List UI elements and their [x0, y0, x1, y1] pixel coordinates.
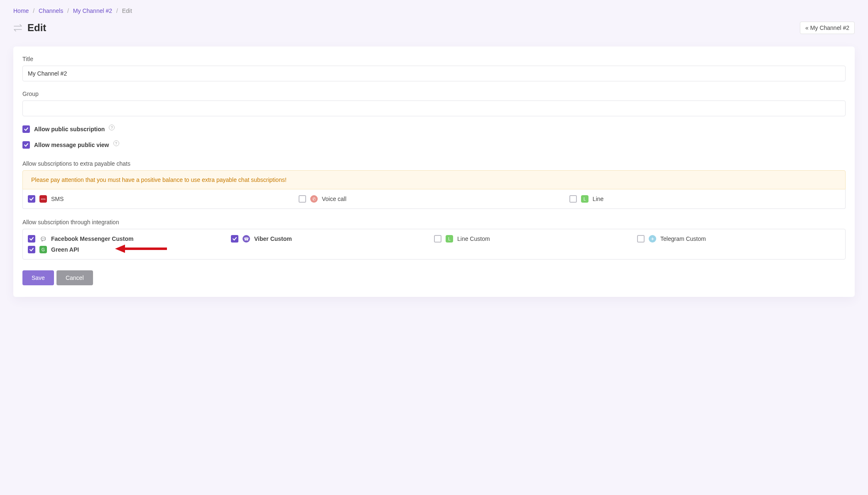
line-icon: L — [581, 195, 588, 203]
allow-public-subscription-label: Allow public subscription — [34, 126, 105, 132]
line-custom-icon: L — [446, 235, 453, 243]
group-label: Group — [22, 91, 846, 97]
title-input[interactable] — [22, 66, 846, 81]
breadcrumb-sep: / — [33, 7, 34, 14]
telegram-label: Telegram Custom — [660, 235, 706, 242]
breadcrumb-channels[interactable]: Channels — [39, 7, 63, 14]
group-input[interactable] — [22, 100, 846, 116]
voice-call-label: Voice call — [322, 196, 346, 202]
fb-messenger-checkbox[interactable] — [28, 235, 35, 243]
sms-icon: sms — [39, 195, 47, 203]
integration-options: 💬 Facebook Messenger Custom ☎ Viber Cust… — [22, 229, 846, 260]
svg-marker-1 — [115, 245, 125, 253]
line-custom-label: Line Custom — [457, 235, 490, 242]
breadcrumb: Home / Channels / My Channel #2 / Edit — [13, 7, 855, 14]
line-custom-checkbox[interactable] — [434, 235, 441, 243]
telegram-icon: ✈ — [649, 235, 656, 243]
breadcrumb-sep: / — [67, 7, 69, 14]
breadcrumb-channel[interactable]: My Channel #2 — [73, 7, 112, 14]
allow-public-subscription-checkbox[interactable] — [22, 125, 30, 133]
save-button[interactable]: Save — [22, 270, 54, 285]
green-api-label: Green API — [51, 246, 79, 253]
sms-checkbox[interactable] — [28, 195, 35, 203]
back-to-channel-button[interactable]: « My Channel #2 — [800, 22, 855, 34]
edit-form-card: Title Group Allow public subscription ? … — [13, 47, 855, 297]
green-api-checkbox[interactable] — [28, 246, 35, 253]
breadcrumb-current: Edit — [122, 7, 132, 14]
allow-message-public-view-checkbox[interactable] — [22, 141, 30, 149]
voice-call-icon: ✆ — [310, 195, 318, 203]
balance-warning: Please pay attention that you must have … — [22, 170, 846, 189]
breadcrumb-sep: / — [116, 7, 118, 14]
line-label: Line — [593, 196, 603, 202]
extra-payable-label: Allow subscriptions to extra payable cha… — [22, 160, 846, 167]
swap-arrows-icon — [13, 24, 23, 32]
integration-label: Allow subscription through integration — [22, 219, 846, 225]
green-api-icon: G — [39, 246, 47, 253]
viber-icon: ☎ — [243, 235, 250, 243]
page-title: Edit — [27, 22, 46, 34]
annotation-arrow-icon — [115, 243, 169, 254]
help-icon[interactable]: ? — [109, 125, 115, 130]
chevron-double-left-icon: « — [805, 25, 809, 31]
breadcrumb-home[interactable]: Home — [13, 7, 29, 14]
back-button-label: My Channel #2 — [810, 25, 849, 31]
telegram-checkbox[interactable] — [637, 235, 645, 243]
sms-label: SMS — [51, 196, 64, 202]
title-label: Title — [22, 56, 846, 62]
viber-label: Viber Custom — [254, 235, 292, 242]
voice-call-checkbox[interactable] — [299, 195, 306, 203]
fb-messenger-label: Facebook Messenger Custom — [51, 235, 133, 242]
line-checkbox[interactable] — [569, 195, 577, 203]
allow-message-public-view-label: Allow message public view — [34, 142, 109, 148]
help-icon[interactable]: ? — [113, 140, 119, 146]
cancel-button[interactable]: Cancel — [56, 270, 93, 285]
extra-payable-options: sms SMS ✆ Voice call L Line — [22, 189, 846, 209]
fb-messenger-icon: 💬 — [39, 235, 47, 243]
viber-checkbox[interactable] — [231, 235, 238, 243]
